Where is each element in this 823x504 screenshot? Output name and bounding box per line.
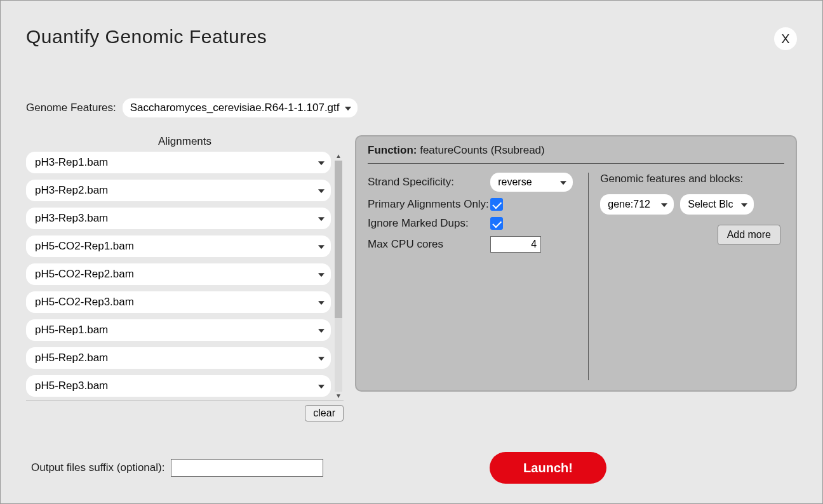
alignment-select[interactable]: pH3-Rep1.bam xyxy=(26,152,331,173)
strand-specificity-select[interactable]: reverse xyxy=(490,173,573,192)
function-left: Strand Specificity: reverse Primary Alig… xyxy=(368,173,589,380)
scroll-track[interactable] xyxy=(335,161,342,392)
add-more-button[interactable]: Add more xyxy=(718,225,780,245)
genomic-feature-select[interactable]: gene:712 xyxy=(600,194,674,215)
function-right: Genomic features and blocks: gene:712 Se… xyxy=(598,173,784,380)
alignment-item: pH5-CO2-Rep1.bam xyxy=(26,235,331,257)
function-header: Function: featureCounts (Rsubread) xyxy=(368,144,784,164)
function-name: featureCounts (Rsubread) xyxy=(420,144,545,156)
alignment-select[interactable]: pH5-Rep1.bam xyxy=(26,319,331,341)
alignment-select[interactable]: pH5-Rep3.bam xyxy=(26,375,331,397)
function-panel: Function: featureCounts (Rsubread) Stran… xyxy=(355,135,797,392)
strand-specificity-label: Strand Specificity: xyxy=(368,176,454,189)
alignments-list: pH3-Rep1.bampH3-Rep2.bampH3-Rep3.bampH5-… xyxy=(26,152,333,401)
dialog-quantify-genomic-features: Quantify Genomic Features X Genome Featu… xyxy=(0,0,823,504)
alignment-item: pH3-Rep1.bam xyxy=(26,152,331,173)
genomic-block-select[interactable]: Select Blc xyxy=(680,194,754,215)
function-body: Strand Specificity: reverse Primary Alig… xyxy=(368,173,784,380)
alignment-item: pH3-Rep2.bam xyxy=(26,180,331,201)
genome-features-select[interactable]: Saccharomyces_cerevisiae.R64-1-1.107.gtf xyxy=(123,98,358,117)
main-content: Alignments pH3-Rep1.bampH3-Rep2.bampH3-R… xyxy=(26,135,797,421)
alignment-item: pH5-Rep1.bam xyxy=(26,319,331,341)
alignment-item: pH5-CO2-Rep2.bam xyxy=(26,263,331,285)
bottom-row: Output files suffix (optional): Launch! xyxy=(26,452,797,484)
alignment-item: pH3-Rep3.bam xyxy=(26,208,331,229)
alignment-select[interactable]: pH3-Rep2.bam xyxy=(26,180,331,201)
genome-features-label: Genome Features: xyxy=(26,102,116,114)
output-suffix-label: Output files suffix (optional): xyxy=(31,461,164,474)
launch-button[interactable]: Launch! xyxy=(490,452,606,484)
ignore-dups-label: Ignore Marked Dups: xyxy=(368,217,469,230)
clear-button[interactable]: clear xyxy=(305,405,344,421)
alignment-select[interactable]: pH5-Rep2.bam xyxy=(26,347,331,369)
alignment-select[interactable]: pH3-Rep3.bam xyxy=(26,208,331,229)
genome-features-select-wrap: Saccharomyces_cerevisiae.R64-1-1.107.gtf xyxy=(123,98,358,117)
alignments-scroll-area: pH3-Rep1.bampH3-Rep2.bampH3-Rep3.bampH5-… xyxy=(26,152,344,401)
ignore-dups-checkbox[interactable] xyxy=(490,217,503,230)
function-prefix: Function: xyxy=(368,144,417,156)
max-cpu-input[interactable] xyxy=(490,236,541,253)
scroll-up-icon[interactable]: ▲ xyxy=(335,153,342,159)
alignment-select[interactable]: pH5-CO2-Rep1.bam xyxy=(26,235,331,257)
primary-alignments-label: Primary Alignments Only: xyxy=(368,198,489,211)
scroll-down-icon[interactable]: ▼ xyxy=(335,393,342,399)
alignment-item: pH5-Rep2.bam xyxy=(26,347,331,369)
alignment-item: pH5-Rep3.bam xyxy=(26,375,331,397)
alignment-item: pH5-CO2-Rep3.bam xyxy=(26,291,331,313)
alignments-column: Alignments pH3-Rep1.bampH3-Rep2.bampH3-R… xyxy=(26,135,344,421)
page-title: Quantify Genomic Features xyxy=(26,26,797,48)
genome-features-row: Genome Features: Saccharomyces_cerevisia… xyxy=(26,98,797,117)
close-button[interactable]: X xyxy=(774,27,797,50)
max-cpu-label: Max CPU cores xyxy=(368,238,443,251)
alignment-select[interactable]: pH5-CO2-Rep3.bam xyxy=(26,291,331,313)
scroll-thumb[interactable] xyxy=(335,161,342,318)
output-suffix-input[interactable] xyxy=(171,459,323,477)
alignments-scrollbar[interactable]: ▲ ▼ xyxy=(333,152,344,401)
alignments-heading: Alignments xyxy=(26,135,344,148)
primary-alignments-checkbox[interactable] xyxy=(490,198,503,211)
alignment-select[interactable]: pH5-CO2-Rep2.bam xyxy=(26,263,331,285)
genomic-features-heading: Genomic features and blocks: xyxy=(600,173,784,185)
